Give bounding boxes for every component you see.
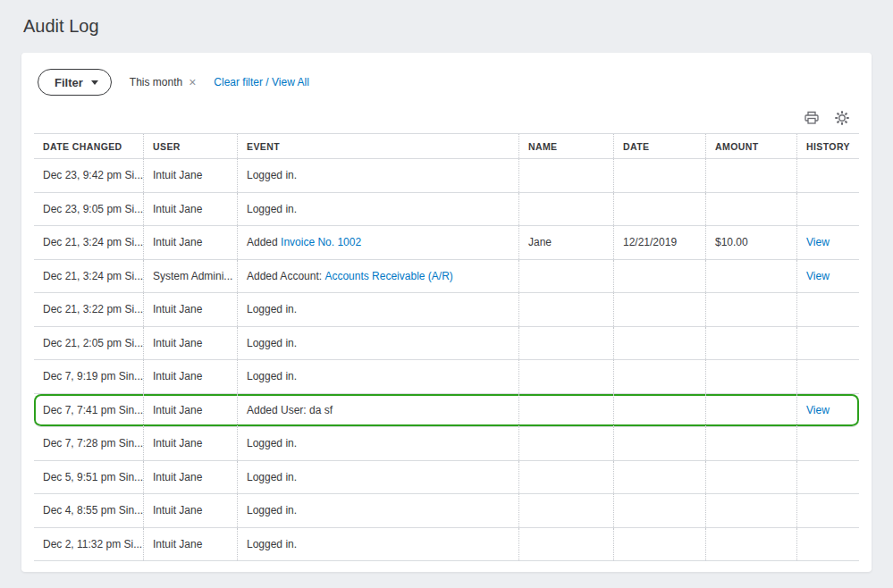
clear-filter-link[interactable]: Clear filter / View All [214, 76, 308, 88]
date-changed-cell: Dec 21, 3:24 pm Si... [34, 260, 143, 293]
date-cell [613, 461, 705, 494]
history-cell [796, 360, 859, 393]
history-cell [796, 494, 859, 527]
date-cell [613, 293, 705, 326]
event-text: Logged in. [247, 203, 297, 215]
name-cell: Jane [518, 226, 613, 259]
event-cell: Logged in. [237, 528, 518, 561]
date-changed-cell: Dec 7, 7:28 pm Sin... [34, 427, 143, 460]
name-cell [518, 394, 613, 427]
date-cell [613, 360, 705, 393]
table-row: Dec 7, 7:28 pm Sin...Intuit JaneLogged i… [34, 427, 859, 461]
history-view-link[interactable]: View [806, 404, 830, 416]
table-row: Dec 21, 2:05 pm Si...Intuit JaneLogged i… [34, 327, 859, 361]
amount-cell [705, 193, 796, 226]
table-row: Dec 4, 8:55 pm Sin...Intuit JaneLogged i… [34, 494, 859, 528]
date-cell [613, 528, 705, 561]
page-title: Audit Log [21, 11, 872, 53]
date-cell [613, 260, 705, 293]
name-cell [518, 159, 613, 192]
amount-cell: $10.00 [705, 226, 796, 259]
event-text: Logged in. [247, 303, 297, 315]
column-header-event[interactable]: EVENT [237, 134, 518, 158]
event-text: Logged in. [247, 370, 297, 382]
date-cell [613, 394, 705, 427]
event-text: Logged in. [247, 169, 297, 181]
name-cell [518, 327, 613, 360]
chevron-down-icon [91, 80, 98, 85]
event-cell: Logged in. [237, 193, 518, 226]
amount-cell [705, 260, 796, 293]
history-cell: View [796, 226, 859, 259]
filter-button[interactable]: Filter [38, 69, 112, 96]
event-cell: Logged in. [237, 427, 518, 460]
history-cell [796, 327, 859, 360]
history-cell [796, 293, 859, 326]
filter-chip-label: This month [130, 76, 182, 88]
event-cell: Logged in. [237, 327, 518, 360]
filter-toolbar: Filter This month × Clear filter / View … [34, 67, 859, 96]
date-changed-cell: Dec 21, 2:05 pm Si... [34, 327, 143, 360]
history-view-link[interactable]: View [806, 236, 830, 248]
print-icon[interactable] [804, 110, 820, 126]
history-cell: View [796, 394, 859, 427]
amount-cell [705, 528, 796, 561]
date-cell [613, 159, 705, 192]
column-header-history[interactable]: HISTORY [796, 134, 859, 158]
table-row: Dec 21, 3:22 pm Si...Intuit JaneLogged i… [34, 293, 859, 327]
date-changed-cell: Dec 21, 3:22 pm Si... [34, 293, 143, 326]
history-view-link[interactable]: View [806, 270, 830, 282]
date-cell [613, 327, 705, 360]
event-link[interactable]: Accounts Receivable (A/R) [324, 270, 452, 282]
date-changed-cell: Dec 7, 9:19 pm Sin... [34, 360, 143, 393]
user-cell: Intuit Jane [143, 461, 237, 494]
event-text: Logged in. [247, 504, 297, 517]
column-header-date-changed[interactable]: DATE CHANGED [34, 134, 143, 158]
event-text: Logged in. [247, 471, 297, 483]
date-cell [613, 494, 705, 527]
event-cell: Logged in. [237, 461, 518, 494]
active-filter-chip: This month × [130, 76, 197, 88]
user-cell: Intuit Jane [143, 327, 237, 360]
date-changed-cell: Dec 21, 3:24 pm Si... [34, 226, 143, 259]
column-header-user[interactable]: USER [143, 134, 237, 158]
event-link[interactable]: Invoice No. 1002 [281, 236, 361, 248]
date-cell: 12/21/2019 [613, 226, 705, 259]
table-row: Dec 23, 9:05 pm Si...Intuit JaneLogged i… [34, 193, 859, 227]
table-row: Dec 7, 9:19 pm Sin...Intuit JaneLogged i… [34, 360, 859, 394]
filter-button-label: Filter [55, 76, 83, 89]
history-cell [796, 193, 859, 226]
column-header-amount[interactable]: AMOUNT [705, 134, 796, 158]
date-changed-cell: Dec 2, 11:32 pm Si... [34, 528, 143, 561]
gear-icon[interactable] [834, 110, 850, 126]
amount-cell [705, 494, 796, 527]
user-cell: Intuit Jane [143, 427, 237, 460]
date-changed-cell: Dec 23, 9:05 pm Si... [34, 193, 143, 226]
name-cell [518, 260, 613, 293]
date-changed-cell: Dec 23, 9:42 pm Si... [34, 159, 143, 192]
column-header-date[interactable]: DATE [613, 134, 705, 158]
history-cell [796, 427, 859, 460]
user-cell: Intuit Jane [143, 226, 237, 259]
user-cell: Intuit Jane [143, 360, 237, 393]
user-cell: Intuit Jane [143, 293, 237, 326]
remove-filter-icon[interactable]: × [189, 76, 196, 88]
history-cell: View [796, 260, 859, 293]
user-cell: Intuit Jane [143, 159, 237, 192]
event-cell: Logged in. [237, 360, 518, 393]
name-cell [518, 494, 613, 527]
date-changed-cell: Dec 4, 8:55 pm Sin... [34, 494, 143, 527]
table-row: Dec 5, 9:51 pm Sin...Intuit JaneLogged i… [34, 461, 859, 495]
table-header-row: DATE CHANGED USER EVENT NAME DATE AMOUNT… [34, 133, 859, 159]
amount-cell [705, 394, 796, 427]
user-cell: Intuit Jane [143, 494, 237, 527]
event-cell: Added Invoice No. 1002 [237, 226, 518, 259]
amount-cell [705, 461, 796, 494]
event-cell: Logged in. [237, 494, 518, 527]
table-row: Dec 21, 3:24 pm Si...Intuit JaneAdded In… [34, 226, 859, 260]
table-row: Dec 23, 9:42 pm Si...Intuit JaneLogged i… [34, 159, 859, 193]
event-text: Logged in. [247, 337, 297, 349]
name-cell [518, 360, 613, 393]
column-header-name[interactable]: NAME [518, 134, 613, 158]
event-cell: Added Account: Accounts Receivable (A/R) [237, 260, 518, 293]
